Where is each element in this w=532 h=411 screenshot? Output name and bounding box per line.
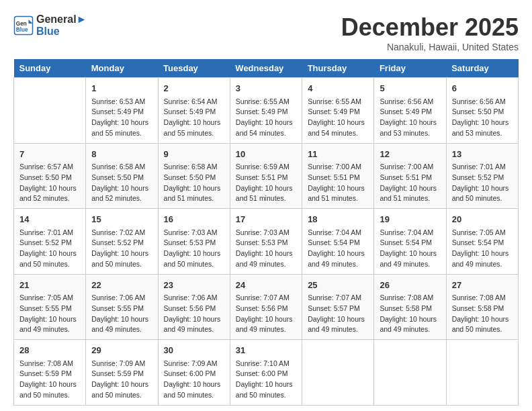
day-cell: 27 Sunrise: 7:08 AM Sunset: 5:58 PM Dayl… — [446, 274, 518, 340]
page-header: Gen Blue General► Blue December 2025 Nan… — [13, 13, 519, 52]
weekday-header-monday: Monday — [86, 59, 158, 78]
title-block: December 2025 Nanakuli, Hawaii, United S… — [341, 13, 519, 52]
day-cell — [302, 340, 374, 406]
day-cell: 23 Sunrise: 7:06 AM Sunset: 5:56 PM Dayl… — [158, 274, 230, 340]
day-info: Sunrise: 7:07 AM Sunset: 5:56 PM Dayligh… — [236, 293, 296, 335]
day-info: Sunrise: 7:10 AM Sunset: 6:00 PM Dayligh… — [236, 359, 296, 401]
day-cell: 1 Sunrise: 6:53 AM Sunset: 5:49 PM Dayli… — [86, 78, 158, 144]
day-number: 30 — [164, 344, 224, 357]
day-number: 5 — [380, 82, 440, 95]
day-cell — [14, 78, 86, 144]
day-number: 20 — [452, 213, 513, 226]
day-cell: 5 Sunrise: 6:56 AM Sunset: 5:49 PM Dayli… — [374, 78, 446, 144]
weekday-header-sunday: Sunday — [14, 59, 86, 78]
day-info: Sunrise: 6:53 AM Sunset: 5:49 PM Dayligh… — [91, 97, 152, 139]
day-number: 18 — [308, 213, 368, 226]
day-cell: 25 Sunrise: 7:07 AM Sunset: 5:57 PM Dayl… — [302, 274, 374, 340]
calendar-table: SundayMondayTuesdayWednesdayThursdayFrid… — [13, 59, 519, 406]
day-number: 8 — [91, 148, 152, 161]
location-subtitle: Nanakuli, Hawaii, United States — [341, 42, 519, 52]
day-info: Sunrise: 7:05 AM Sunset: 5:54 PM Dayligh… — [452, 228, 513, 270]
day-cell: 6 Sunrise: 6:56 AM Sunset: 5:50 PM Dayli… — [446, 78, 518, 144]
day-number: 12 — [380, 148, 440, 161]
day-cell: 31 Sunrise: 7:10 AM Sunset: 6:00 PM Dayl… — [230, 340, 302, 406]
day-info: Sunrise: 7:05 AM Sunset: 5:55 PM Dayligh… — [19, 293, 80, 335]
day-cell: 3 Sunrise: 6:55 AM Sunset: 5:49 PM Dayli… — [230, 78, 302, 144]
day-number: 7 — [19, 148, 80, 161]
day-number: 10 — [236, 148, 296, 161]
week-row-2: 7 Sunrise: 6:57 AM Sunset: 5:50 PM Dayli… — [14, 143, 519, 209]
day-cell: 15 Sunrise: 7:02 AM Sunset: 5:52 PM Dayl… — [86, 209, 158, 275]
day-cell: 20 Sunrise: 7:05 AM Sunset: 5:54 PM Dayl… — [446, 209, 518, 275]
day-cell — [446, 340, 518, 406]
logo-icon: Gen Blue — [13, 15, 34, 36]
day-cell — [374, 340, 446, 406]
day-cell: 8 Sunrise: 6:58 AM Sunset: 5:50 PM Dayli… — [86, 143, 158, 209]
day-info: Sunrise: 7:09 AM Sunset: 6:00 PM Dayligh… — [164, 359, 224, 401]
day-number: 27 — [452, 279, 513, 292]
day-cell: 22 Sunrise: 7:06 AM Sunset: 5:55 PM Dayl… — [86, 274, 158, 340]
weekday-header-tuesday: Tuesday — [158, 59, 230, 78]
day-info: Sunrise: 6:56 AM Sunset: 5:49 PM Dayligh… — [380, 97, 440, 139]
day-cell: 24 Sunrise: 7:07 AM Sunset: 5:56 PM Dayl… — [230, 274, 302, 340]
day-number: 21 — [19, 279, 80, 292]
logo: Gen Blue General► Blue — [13, 13, 87, 38]
day-cell: 17 Sunrise: 7:03 AM Sunset: 5:53 PM Dayl… — [230, 209, 302, 275]
day-cell: 21 Sunrise: 7:05 AM Sunset: 5:55 PM Dayl… — [14, 274, 86, 340]
day-number: 16 — [164, 213, 224, 226]
day-number: 28 — [19, 344, 80, 357]
week-row-1: 1 Sunrise: 6:53 AM Sunset: 5:49 PM Dayli… — [14, 78, 519, 144]
day-info: Sunrise: 7:00 AM Sunset: 5:51 PM Dayligh… — [380, 162, 440, 204]
day-info: Sunrise: 6:58 AM Sunset: 5:50 PM Dayligh… — [91, 162, 152, 204]
week-row-4: 21 Sunrise: 7:05 AM Sunset: 5:55 PM Dayl… — [14, 274, 519, 340]
day-number: 26 — [380, 279, 440, 292]
weekday-header-thursday: Thursday — [302, 59, 374, 78]
day-number: 9 — [164, 148, 224, 161]
day-number: 19 — [380, 213, 440, 226]
day-cell: 12 Sunrise: 7:00 AM Sunset: 5:51 PM Dayl… — [374, 143, 446, 209]
day-info: Sunrise: 6:56 AM Sunset: 5:50 PM Dayligh… — [452, 97, 513, 139]
day-number: 29 — [91, 344, 152, 357]
day-info: Sunrise: 7:08 AM Sunset: 5:58 PM Dayligh… — [380, 293, 440, 335]
day-info: Sunrise: 7:06 AM Sunset: 5:55 PM Dayligh… — [91, 293, 152, 335]
day-cell: 13 Sunrise: 7:01 AM Sunset: 5:52 PM Dayl… — [446, 143, 518, 209]
day-info: Sunrise: 7:07 AM Sunset: 5:57 PM Dayligh… — [308, 293, 368, 335]
svg-text:Gen: Gen — [16, 21, 27, 27]
day-number: 2 — [164, 82, 224, 95]
day-number: 1 — [91, 82, 152, 95]
day-cell: 26 Sunrise: 7:08 AM Sunset: 5:58 PM Dayl… — [374, 274, 446, 340]
day-cell: 19 Sunrise: 7:04 AM Sunset: 5:54 PM Dayl… — [374, 209, 446, 275]
day-cell: 9 Sunrise: 6:58 AM Sunset: 5:50 PM Dayli… — [158, 143, 230, 209]
day-number: 13 — [452, 148, 513, 161]
day-info: Sunrise: 6:55 AM Sunset: 5:49 PM Dayligh… — [308, 97, 368, 139]
day-cell: 10 Sunrise: 6:59 AM Sunset: 5:51 PM Dayl… — [230, 143, 302, 209]
day-number: 22 — [91, 279, 152, 292]
day-info: Sunrise: 7:08 AM Sunset: 5:58 PM Dayligh… — [452, 293, 513, 335]
day-info: Sunrise: 6:58 AM Sunset: 5:50 PM Dayligh… — [164, 162, 224, 204]
day-cell: 11 Sunrise: 7:00 AM Sunset: 5:51 PM Dayl… — [302, 143, 374, 209]
day-info: Sunrise: 7:04 AM Sunset: 5:54 PM Dayligh… — [380, 228, 440, 270]
day-info: Sunrise: 7:03 AM Sunset: 5:53 PM Dayligh… — [164, 228, 224, 270]
weekday-header-friday: Friday — [374, 59, 446, 78]
day-cell: 28 Sunrise: 7:08 AM Sunset: 5:59 PM Dayl… — [14, 340, 86, 406]
day-info: Sunrise: 7:01 AM Sunset: 5:52 PM Dayligh… — [19, 228, 80, 270]
month-title: December 2025 — [341, 13, 519, 42]
day-info: Sunrise: 7:00 AM Sunset: 5:51 PM Dayligh… — [308, 162, 368, 204]
weekday-header-wednesday: Wednesday — [230, 59, 302, 78]
day-info: Sunrise: 7:09 AM Sunset: 5:59 PM Dayligh… — [91, 359, 152, 401]
day-info: Sunrise: 6:59 AM Sunset: 5:51 PM Dayligh… — [236, 162, 296, 204]
day-cell: 16 Sunrise: 7:03 AM Sunset: 5:53 PM Dayl… — [158, 209, 230, 275]
day-number: 24 — [236, 279, 296, 292]
day-info: Sunrise: 7:02 AM Sunset: 5:52 PM Dayligh… — [91, 228, 152, 270]
day-info: Sunrise: 7:06 AM Sunset: 5:56 PM Dayligh… — [164, 293, 224, 335]
day-info: Sunrise: 6:57 AM Sunset: 5:50 PM Dayligh… — [19, 162, 80, 204]
day-cell: 18 Sunrise: 7:04 AM Sunset: 5:54 PM Dayl… — [302, 209, 374, 275]
week-row-3: 14 Sunrise: 7:01 AM Sunset: 5:52 PM Dayl… — [14, 209, 519, 275]
day-number: 11 — [308, 148, 368, 161]
day-number: 31 — [236, 344, 296, 357]
weekday-header-row: SundayMondayTuesdayWednesdayThursdayFrid… — [14, 59, 519, 78]
day-number: 23 — [164, 279, 224, 292]
day-number: 17 — [236, 213, 296, 226]
day-number: 3 — [236, 82, 296, 95]
day-cell: 4 Sunrise: 6:55 AM Sunset: 5:49 PM Dayli… — [302, 78, 374, 144]
